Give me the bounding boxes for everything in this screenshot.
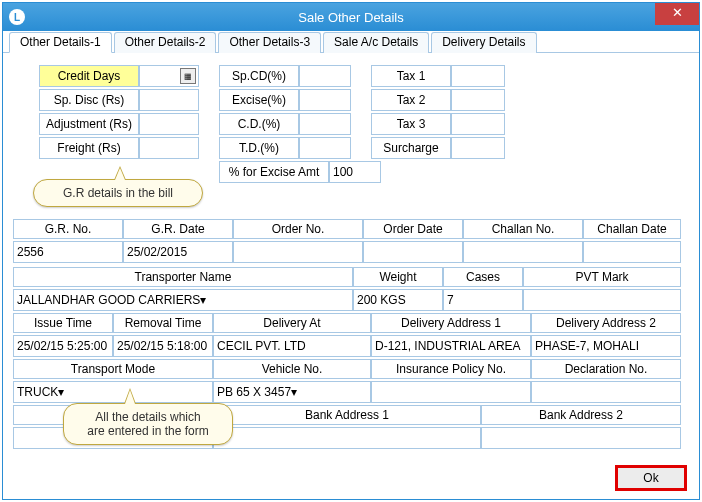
- adjustment-label: Adjustment (Rs): [39, 113, 139, 135]
- tax3-input[interactable]: [451, 113, 505, 135]
- delivery-at-header: Delivery At: [213, 313, 371, 333]
- order-no-input[interactable]: [233, 241, 363, 263]
- challan-date-header: Challan Date: [583, 219, 681, 239]
- transport-mode-dropdown[interactable]: TRUCK▾: [13, 381, 213, 403]
- gr-date-header: G.R. Date: [123, 219, 233, 239]
- insurance-input[interactable]: [371, 381, 531, 403]
- tab-sale-ac-details[interactable]: Sale A/c Details: [323, 32, 429, 53]
- tab-other-details-2[interactable]: Other Details-2: [114, 32, 217, 53]
- pvt-mark-header: PVT Mark: [523, 267, 681, 287]
- excise-label: Excise(%): [219, 89, 299, 111]
- close-button[interactable]: ✕: [655, 3, 699, 25]
- delivery-at-input[interactable]: CECIL PVT. LTD: [213, 335, 371, 357]
- window-title: Sale Other Details: [3, 10, 699, 25]
- titlebar: L Sale Other Details ✕: [3, 3, 699, 31]
- chevron-down-icon[interactable]: ▾: [58, 385, 64, 399]
- cd-label: C.D.(%): [219, 113, 299, 135]
- order-date-header: Order Date: [363, 219, 463, 239]
- gr-no-header: G.R. No.: [13, 219, 123, 239]
- issue-time-header: Issue Time: [13, 313, 113, 333]
- td-input[interactable]: [299, 137, 351, 159]
- tabbar: Other Details-1 Other Details-2 Other De…: [3, 31, 699, 53]
- tab-other-details-3[interactable]: Other Details-3: [218, 32, 321, 53]
- tax2-input[interactable]: [451, 89, 505, 111]
- cases-header: Cases: [443, 267, 523, 287]
- tax1-label: Tax 1: [371, 65, 451, 87]
- gr-no-input[interactable]: 2556: [13, 241, 123, 263]
- freight-input[interactable]: [139, 137, 199, 159]
- tab-other-details-1[interactable]: Other Details-1: [9, 32, 112, 53]
- freight-label: Freight (Rs): [39, 137, 139, 159]
- delivery-addr2-input[interactable]: PHASE-7, MOHALI: [531, 335, 681, 357]
- weight-input[interactable]: 200 KGS: [353, 289, 443, 311]
- pct-excise-label: % for Excise Amt: [219, 161, 329, 183]
- callout-gr-details: G.R details in the bill: [33, 179, 203, 207]
- adjustment-input[interactable]: [139, 113, 199, 135]
- removal-time-input[interactable]: 25/02/15 5:18:00: [113, 335, 213, 357]
- declaration-input[interactable]: [531, 381, 681, 403]
- transport-mode-header: Transport Mode: [13, 359, 213, 379]
- challan-no-header: Challan No.: [463, 219, 583, 239]
- ok-button[interactable]: Ok: [615, 465, 687, 491]
- delivery-addr1-header: Delivery Address 1: [371, 313, 531, 333]
- surcharge-label: Surcharge: [371, 137, 451, 159]
- tax2-label: Tax 2: [371, 89, 451, 111]
- tax1-input[interactable]: [451, 65, 505, 87]
- pct-excise-input[interactable]: 100: [329, 161, 381, 183]
- bank-addr2-input[interactable]: [481, 427, 681, 449]
- spcd-input[interactable]: [299, 65, 351, 87]
- bank-addr1-input[interactable]: [213, 427, 481, 449]
- sp-disc-label: Sp. Disc (Rs): [39, 89, 139, 111]
- vehicle-no-header: Vehicle No.: [213, 359, 371, 379]
- bank-addr2-header: Bank Address 2: [481, 405, 681, 425]
- callout-all-details: All the details which are entered in the…: [63, 403, 233, 445]
- pvt-mark-input[interactable]: [523, 289, 681, 311]
- declaration-header: Declaration No.: [531, 359, 681, 379]
- spcd-label: Sp.CD(%): [219, 65, 299, 87]
- tab-delivery-details[interactable]: Delivery Details: [431, 32, 536, 53]
- bank-addr1-header: Bank Address 1: [213, 405, 481, 425]
- chevron-down-icon[interactable]: ▾: [200, 293, 206, 307]
- surcharge-input[interactable]: [451, 137, 505, 159]
- sp-disc-input[interactable]: [139, 89, 199, 111]
- delivery-addr2-header: Delivery Address 2: [531, 313, 681, 333]
- weight-header: Weight: [353, 267, 443, 287]
- credit-days-input[interactable]: ▦: [139, 65, 199, 87]
- transporter-dropdown[interactable]: JALLANDHAR GOOD CARRIERS▾: [13, 289, 353, 311]
- cases-input[interactable]: 7: [443, 289, 523, 311]
- excise-input[interactable]: [299, 89, 351, 111]
- calculator-icon[interactable]: ▦: [180, 68, 196, 84]
- removal-time-header: Removal Time: [113, 313, 213, 333]
- challan-no-input[interactable]: [463, 241, 583, 263]
- challan-date-input[interactable]: [583, 241, 681, 263]
- issue-time-input[interactable]: 25/02/15 5:25:00: [13, 335, 113, 357]
- order-date-input[interactable]: [363, 241, 463, 263]
- vehicle-no-dropdown[interactable]: PB 65 X 3457▾: [213, 381, 371, 403]
- gr-date-input[interactable]: 25/02/2015: [123, 241, 233, 263]
- td-label: T.D.(%): [219, 137, 299, 159]
- credit-days-label: Credit Days: [39, 65, 139, 87]
- cd-input[interactable]: [299, 113, 351, 135]
- window-frame: L Sale Other Details ✕ Other Details-1 O…: [2, 2, 700, 500]
- transporter-header: Transporter Name: [13, 267, 353, 287]
- insurance-header: Insurance Policy No.: [371, 359, 531, 379]
- tax3-label: Tax 3: [371, 113, 451, 135]
- delivery-addr1-input[interactable]: D-121, INDUSTRIAL AREA: [371, 335, 531, 357]
- chevron-down-icon[interactable]: ▾: [291, 385, 297, 399]
- content-area: Credit Days ▦ Sp.CD(%) Tax 1 Sp. Disc (R…: [3, 53, 699, 457]
- order-no-header: Order No.: [233, 219, 363, 239]
